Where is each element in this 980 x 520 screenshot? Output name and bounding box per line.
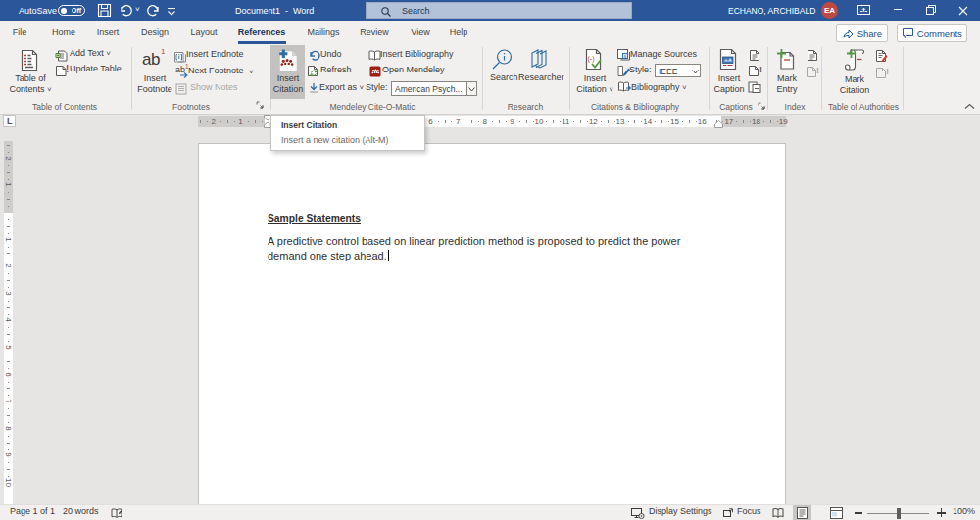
svg-text:(-): (-) [588, 55, 595, 63]
